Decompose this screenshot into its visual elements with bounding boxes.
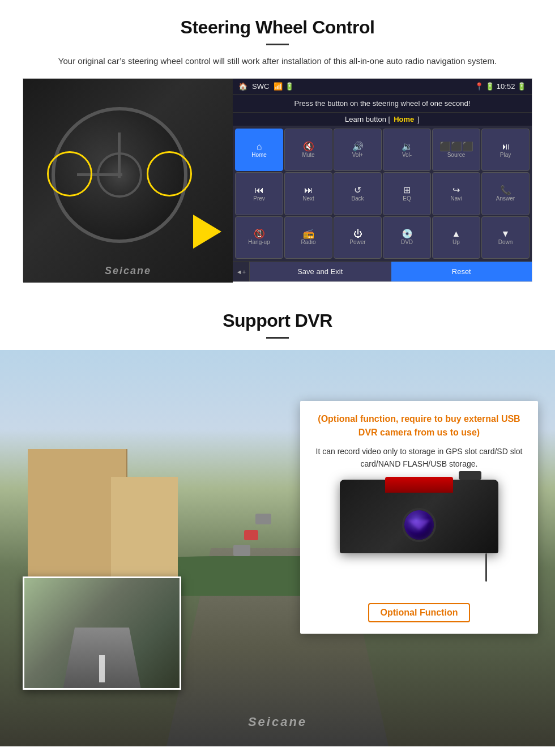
swc-title: Steering Wheel Control (23, 17, 532, 38)
swc-photo: Seicane (23, 79, 233, 283)
btn-source-label: Source (447, 152, 466, 158)
hangup-icon: 📵 (254, 229, 265, 238)
volup-icon: 🔊 (352, 142, 364, 151)
btn-navi-label: Navi (450, 196, 462, 202)
dvd-icon: 💿 (402, 229, 413, 238)
btn-home-label: Home (251, 152, 267, 158)
battery-icon-2: 🔋 (517, 82, 526, 91)
dvr-info-text: It can record video only to storage in G… (313, 445, 526, 471)
btn-next[interactable]: ⏭ Next (284, 172, 332, 215)
save-exit-button[interactable]: Save and Exit (250, 262, 391, 281)
camera-mount (459, 471, 481, 480)
btn-eq[interactable]: ⊞ EQ (383, 172, 431, 215)
btn-play-label: Play (500, 152, 511, 158)
swc-section: Steering Wheel Control Your original car… (0, 0, 555, 293)
swc-container: Seicane 🏠 SWC 📶 🔋 📍 🔋 10:52 🔋 (23, 78, 532, 282)
dvr-section: Support DVR (Optional function, require … (0, 310, 555, 746)
btn-prev-label: Prev (253, 196, 265, 202)
btn-dvd-label: DVD (401, 240, 413, 245)
btn-prev[interactable]: ⏮ Prev (235, 172, 283, 215)
title-divider (266, 44, 289, 45)
btn-power[interactable]: ⏻ Power (334, 216, 382, 259)
btn-answer-label: Answer (496, 196, 515, 202)
btn-voldown-label: Vol- (402, 152, 412, 158)
up-icon: ▲ (452, 229, 461, 238)
highlight-left (47, 151, 92, 197)
btn-voldown[interactable]: 🔉 Vol- (383, 129, 431, 171)
dvr-title-divider (266, 337, 289, 339)
gps-icon: 📍 (475, 82, 484, 91)
swc-status-bar: Press the button on the steering wheel o… (233, 95, 532, 113)
signal-icons: 📶 🔋 (274, 82, 294, 91)
btn-home[interactable]: ⌂ Home (235, 129, 283, 171)
radio-icon: 📻 (303, 229, 314, 238)
spoke-vertical (118, 133, 121, 178)
reset-button[interactable]: Reset (391, 262, 532, 281)
dvr-camera-image (317, 480, 521, 593)
optional-function-badge: Optional Function (368, 603, 471, 622)
eq-icon: ⊞ (403, 186, 411, 195)
learn-prefix: Learn button [ (345, 115, 390, 123)
home-icon: ⌂ (257, 142, 262, 151)
power-icon: ⏻ (353, 229, 362, 238)
btn-back[interactable]: ↺ Back (334, 172, 382, 215)
btn-next-label: Next (302, 196, 314, 202)
swc-bottom-buttons: Save and Exit Reset (250, 262, 532, 281)
play-icon: ⏯ (501, 142, 510, 151)
btn-mute[interactable]: 🔇 Mute (284, 129, 332, 171)
btn-back-label: Back (351, 196, 364, 202)
status-message: Press the button on the steering wheel o… (294, 99, 471, 108)
learn-active-label: Home (394, 115, 414, 123)
camera-wire (485, 553, 487, 582)
next-icon: ⏭ (304, 186, 313, 195)
dvr-title: Support DVR (0, 310, 555, 331)
voldown-icon: 🔉 (402, 142, 413, 151)
btn-radio[interactable]: 📻 Radio (284, 216, 332, 259)
dvr-info-box: (Optional function, require to buy exter… (300, 401, 538, 634)
btn-radio-label: Radio (301, 240, 315, 245)
arrow-icon (193, 215, 221, 249)
seicane-logo-dvr: Seicane (248, 715, 307, 729)
btn-volup-label: Vol+ (352, 152, 364, 158)
camera-body (340, 480, 498, 553)
dvr-background: (Optional function, require to buy exter… (0, 350, 555, 746)
swc-bottom-bar: ◄+ Save and Exit Reset (233, 261, 532, 281)
car2 (244, 530, 258, 540)
btn-answer[interactable]: 📞 Answer (481, 172, 530, 215)
camera-lens (402, 508, 436, 542)
learn-suffix: ] (417, 115, 420, 123)
btn-down-label: Down (498, 240, 513, 245)
highlight-right (147, 151, 192, 197)
car1 (233, 545, 250, 556)
btn-dvd[interactable]: 💿 DVD (383, 216, 431, 259)
swc-header-left: 🏠 SWC 📶 🔋 (238, 82, 294, 91)
swc-learn-bar: Learn button [ Home ] (233, 113, 532, 126)
time-display: 10:52 (497, 82, 515, 91)
btn-up-label: Up (452, 240, 460, 245)
btn-up[interactable]: ▲ Up (432, 216, 480, 259)
source-icon: ⬛⬛⬛ (439, 142, 473, 151)
building-left2 (111, 477, 178, 588)
btn-volup[interactable]: 🔊 Vol+ (334, 129, 382, 171)
btn-down[interactable]: ▼ Down (481, 216, 530, 259)
swc-header-right: 📍 🔋 10:52 🔋 (475, 82, 526, 91)
inset-road-line (99, 655, 105, 683)
home-icon-small: 🏠 (238, 82, 247, 91)
seicane-logo-swc: Seicane (105, 265, 151, 277)
mute-icon: 🔇 (303, 142, 314, 151)
swc-panel: 🏠 SWC 📶 🔋 📍 🔋 10:52 🔋 Press the button o… (233, 79, 532, 281)
camera-red-top (385, 477, 453, 493)
swc-subtitle: Your original car’s steering wheel contr… (45, 54, 510, 68)
btn-hangup[interactable]: 📵 Hang-up (235, 216, 283, 259)
vol-indicator: ◄+ (233, 262, 250, 281)
btn-play[interactable]: ⏯ Play (481, 129, 530, 171)
battery-icon: 🔋 (485, 82, 494, 91)
btn-hangup-label: Hang-up (248, 240, 270, 245)
btn-eq-label: EQ (403, 196, 411, 202)
btn-source[interactable]: ⬛⬛⬛ Source (432, 129, 480, 171)
swc-buttons-grid: ⌂ Home 🔇 Mute 🔊 Vol+ 🔉 Vol- ⬛⬛⬛ Sou (233, 126, 532, 261)
btn-navi[interactable]: ↪ Navi (432, 172, 480, 215)
dvr-info-title: (Optional function, require to buy exter… (313, 412, 526, 439)
btn-mute-label: Mute (302, 152, 314, 158)
down-icon: ▼ (501, 229, 510, 238)
